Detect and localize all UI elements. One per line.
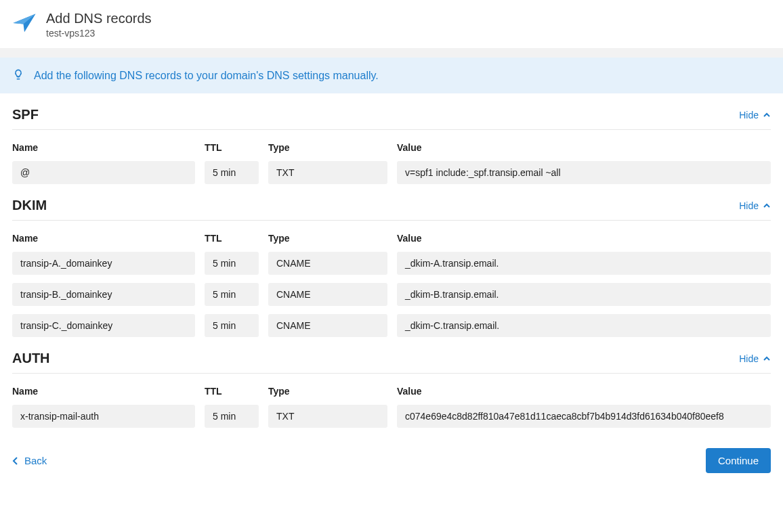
cell-value[interactable]: _dkim-C.transip.email.	[397, 314, 771, 337]
cell-name[interactable]: transip-C._domainkey	[12, 314, 195, 337]
continue-button[interactable]: Continue	[706, 448, 771, 473]
column-headers: Name TTL Type Value	[12, 233, 771, 244]
cell-name[interactable]: @	[12, 161, 195, 184]
cell-name[interactable]: transip-A._domainkey	[12, 252, 195, 275]
lightbulb-icon	[12, 68, 24, 83]
cell-type[interactable]: CNAME	[268, 252, 387, 275]
back-label: Back	[24, 455, 47, 466]
col-value: Value	[397, 142, 771, 153]
col-type: Type	[268, 233, 387, 244]
chevron-up-icon	[763, 111, 771, 119]
column-headers: Name TTL Type Value	[12, 386, 771, 397]
section-dkim-title: DKIM	[12, 198, 47, 213]
col-value: Value	[397, 233, 771, 244]
footer-bar: Back Continue	[0, 436, 783, 485]
col-ttl: TTL	[205, 233, 259, 244]
col-name: Name	[12, 233, 195, 244]
col-ttl: TTL	[205, 142, 259, 153]
hide-toggle-dkim[interactable]: Hide	[739, 200, 771, 211]
cell-name[interactable]: x-transip-mail-auth	[12, 405, 195, 428]
cell-name[interactable]: transip-B._domainkey	[12, 283, 195, 306]
hide-label: Hide	[739, 110, 759, 120]
hide-toggle-spf[interactable]: Hide	[739, 110, 771, 120]
table-row: transip-B._domainkey 5 min CNAME _dkim-B…	[12, 283, 771, 306]
cell-value[interactable]: _dkim-A.transip.email.	[397, 252, 771, 275]
table-row: @ 5 min TXT v=spf1 include:_spf.transip.…	[12, 161, 771, 184]
table-row: transip-C._domainkey 5 min CNAME _dkim-C…	[12, 314, 771, 337]
cell-type[interactable]: TXT	[268, 405, 387, 428]
page-title: Add DNS records	[46, 11, 152, 26]
cell-type[interactable]: CNAME	[268, 283, 387, 306]
col-type: Type	[268, 142, 387, 153]
cell-type[interactable]: CNAME	[268, 314, 387, 337]
col-name: Name	[12, 386, 195, 397]
cell-value[interactable]: _dkim-B.transip.email.	[397, 283, 771, 306]
chevron-up-icon	[763, 202, 771, 210]
cell-ttl[interactable]: 5 min	[205, 314, 259, 337]
section-spf-title: SPF	[12, 107, 39, 123]
table-row: x-transip-mail-auth 5 min TXT c074e69e4c…	[12, 405, 771, 428]
cell-ttl[interactable]: 5 min	[205, 283, 259, 306]
section-auth: AUTH Hide Name TTL Type Value x-transip-…	[12, 351, 771, 428]
col-ttl: TTL	[205, 386, 259, 397]
cell-type[interactable]: TXT	[268, 161, 387, 184]
info-text: Add the following DNS records to your do…	[34, 70, 379, 82]
chevron-left-icon	[12, 456, 19, 466]
table-row: transip-A._domainkey 5 min CNAME _dkim-A…	[12, 252, 771, 275]
page-subtitle: test-vps123	[46, 28, 152, 39]
cell-ttl[interactable]: 5 min	[205, 161, 259, 184]
header-bar: Add DNS records test-vps123	[0, 0, 783, 48]
col-name: Name	[12, 142, 195, 153]
hide-toggle-auth[interactable]: Hide	[739, 353, 771, 364]
column-headers: Name TTL Type Value	[12, 142, 771, 153]
cell-value[interactable]: v=spf1 include:_spf.transip.email ~all	[397, 161, 771, 184]
section-dkim: DKIM Hide Name TTL Type Value transip-A.…	[12, 198, 771, 337]
info-banner: Add the following DNS records to your do…	[0, 58, 783, 93]
divider-bar	[0, 48, 783, 58]
hide-label: Hide	[739, 353, 759, 364]
col-type: Type	[268, 386, 387, 397]
back-button[interactable]: Back	[12, 455, 47, 466]
section-auth-title: AUTH	[12, 351, 50, 366]
cell-ttl[interactable]: 5 min	[205, 405, 259, 428]
col-value: Value	[397, 386, 771, 397]
app-logo-icon	[12, 11, 37, 35]
section-spf: SPF Hide Name TTL Type Value @ 5 min TXT…	[12, 107, 771, 184]
cell-value[interactable]: c074e69e4c8d82ff810a47e81d11caeca8cbf7b4…	[397, 405, 771, 428]
cell-ttl[interactable]: 5 min	[205, 252, 259, 275]
hide-label: Hide	[739, 200, 759, 211]
chevron-up-icon	[763, 355, 771, 363]
